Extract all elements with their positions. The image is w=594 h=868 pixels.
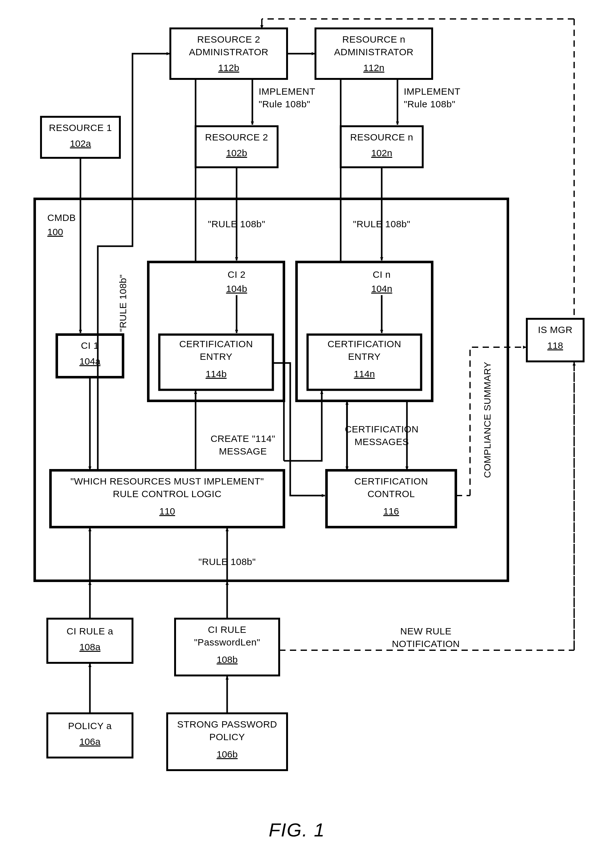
svg-text:CERTIFICATION: CERTIFICATION: [327, 339, 401, 349]
svg-text:IS MGR: IS MGR: [538, 325, 573, 335]
svg-text:108a: 108a: [80, 642, 101, 652]
svg-text:IMPLEMENT: IMPLEMENT: [404, 86, 461, 97]
ci-rule-a-box: CI RULE a 108a: [47, 619, 133, 663]
ci1-box: CI 1 104a: [57, 335, 123, 377]
svg-text:IMPLEMENT: IMPLEMENT: [259, 86, 315, 97]
resource1-box: RESOURCE 1 102a: [41, 117, 120, 158]
resource-n-admin-ref: 112n: [363, 62, 385, 73]
svg-text:106a: 106a: [80, 737, 101, 747]
cert-entry-n-box: CERTIFICATION ENTRY 114n: [308, 335, 421, 390]
svg-text:CI RULE a: CI RULE a: [66, 626, 113, 636]
new-rule-label: NEW RULE NOTIFICATION: [392, 626, 460, 649]
create114-label: CREATE "114" MESSAGE: [211, 433, 275, 456]
policy-a-box: POLICY a 106a: [47, 713, 133, 757]
resource2-admin-box: RESOURCE 2 ADMINISTRATOR 112b: [170, 28, 287, 79]
resource-n-box: RESOURCE n 102n: [341, 126, 423, 167]
svg-text:106b: 106b: [217, 749, 238, 759]
resource-n-admin-l1: RESOURCE n: [342, 34, 405, 44]
cert-entry-b-box: CERTIFICATION ENTRY 114b: [159, 335, 273, 390]
resource2-box: RESOURCE 2 102b: [196, 126, 278, 167]
svg-text:102a: 102a: [70, 138, 91, 149]
ci-rule-b-box: CI RULE "PasswordLen" 108b: [175, 619, 279, 675]
resource2-admin-l1: RESOURCE 2: [197, 34, 260, 44]
svg-text:"Rule 108b": "Rule 108b": [259, 99, 310, 109]
diagram-canvas: RESOURCE 2 ADMINISTRATOR 112b RESOURCE n…: [0, 0, 594, 868]
cert-control-box: CERTIFICATION CONTROL 116: [327, 470, 456, 527]
svg-text:CI n: CI n: [373, 269, 391, 280]
svg-text:CREATE "114": CREATE "114": [211, 433, 275, 444]
compliance-dashed-path: [470, 347, 526, 496]
rule108b-n-label: "RULE 108b": [353, 219, 410, 229]
svg-text:"WHICH RESOURCES MUST IMPLEMEN: "WHICH RESOURCES MUST IMPLEMENT": [70, 476, 264, 486]
svg-text:MESSAGE: MESSAGE: [219, 446, 267, 456]
svg-text:118: 118: [547, 340, 563, 351]
svg-text:104n: 104n: [371, 283, 392, 294]
svg-text:CI 2: CI 2: [227, 269, 245, 280]
svg-text:CONTROL: CONTROL: [367, 489, 415, 499]
svg-text:CERTIFICATION: CERTIFICATION: [354, 476, 428, 486]
svg-text:NOTIFICATION: NOTIFICATION: [392, 639, 460, 649]
ismgr-box: IS MGR 118: [527, 319, 584, 362]
cmdb-label: CMDB: [47, 213, 76, 223]
resource-n-admin-box: RESOURCE n ADMINISTRATOR 112n: [315, 28, 432, 79]
rule108b-vertical: "RULE 108b": [118, 274, 128, 332]
svg-text:104b: 104b: [226, 283, 247, 294]
svg-text:MESSAGES: MESSAGES: [355, 437, 409, 447]
svg-text:POLICY: POLICY: [209, 732, 245, 742]
svg-text:114b: 114b: [206, 369, 227, 379]
resource-n-admin-l2: ADMINISTRATOR: [334, 47, 414, 57]
svg-text:114n: 114n: [354, 369, 375, 379]
svg-text:110: 110: [159, 506, 175, 517]
svg-text:RESOURCE 2: RESOURCE 2: [205, 132, 268, 142]
resource2-admin-l2: ADMINISTRATOR: [189, 47, 268, 57]
implement-n-label: IMPLEMENT "Rule 108b": [404, 86, 461, 109]
svg-text:CI RULE: CI RULE: [208, 624, 246, 635]
svg-text:RESOURCE 1: RESOURCE 1: [49, 123, 112, 133]
svg-text:108b: 108b: [217, 654, 238, 665]
svg-text:ENTRY: ENTRY: [200, 351, 233, 362]
svg-text:POLICY a: POLICY a: [68, 720, 112, 731]
compliance-summary-label: COMPLIANCE SUMMARY: [482, 362, 492, 478]
svg-text:"PasswordLen": "PasswordLen": [194, 637, 260, 647]
svg-text:CERTIFICATION: CERTIFICATION: [179, 339, 253, 349]
svg-text:RULE CONTROL LOGIC: RULE CONTROL LOGIC: [113, 489, 222, 499]
svg-text:ENTRY: ENTRY: [348, 351, 381, 362]
cmdb-ref: 100: [47, 227, 63, 237]
implement-b-label: IMPLEMENT "Rule 108b": [259, 86, 315, 109]
svg-text:CI 1: CI 1: [81, 340, 99, 351]
svg-rect-56: [47, 713, 133, 757]
svg-text:RESOURCE n: RESOURCE n: [350, 132, 413, 142]
svg-rect-47: [47, 619, 133, 663]
svg-text:STRONG PASSWORD: STRONG PASSWORD: [177, 719, 277, 729]
svg-text:102b: 102b: [226, 148, 247, 158]
resource2-admin-ref: 112b: [218, 62, 239, 73]
svg-text:NEW RULE: NEW RULE: [400, 626, 451, 636]
rule108b-2-label: "RULE 108b": [208, 219, 265, 229]
policy-b-box: STRONG PASSWORD POLICY 106b: [167, 713, 287, 770]
svg-text:116: 116: [383, 506, 399, 517]
svg-text:"Rule 108b": "Rule 108b": [404, 99, 455, 109]
svg-text:102n: 102n: [371, 148, 392, 158]
figure-label: FIG. 1: [269, 819, 325, 840]
rule-control-logic-box: "WHICH RESOURCES MUST IMPLEMENT" RULE CO…: [50, 470, 284, 527]
